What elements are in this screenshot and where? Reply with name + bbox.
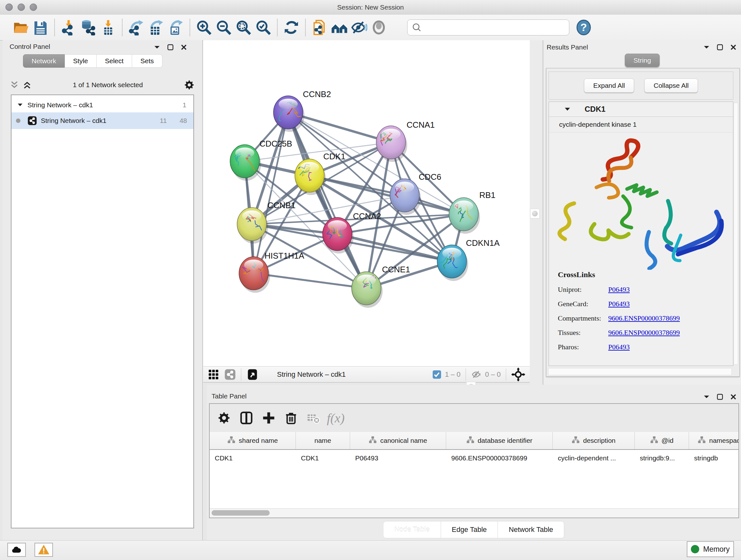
collapse-all-icon[interactable] (10, 80, 19, 90)
column-header-shared-name[interactable]: shared name (210, 432, 296, 449)
tab-network[interactable]: Network (23, 54, 65, 68)
float-panel-icon[interactable] (717, 44, 723, 51)
help-button[interactable]: ? (574, 17, 594, 38)
zoom-selected-button[interactable] (253, 17, 273, 38)
warnings-button[interactable] (35, 543, 53, 557)
float-panel-icon[interactable] (717, 394, 723, 400)
hide-glass-effect-button[interactable] (349, 17, 369, 38)
tab-select[interactable]: Select (97, 54, 132, 68)
import-table-file-button[interactable] (98, 17, 118, 38)
cloud-status-button[interactable] (7, 543, 26, 557)
tree-expand-icon[interactable] (17, 103, 23, 107)
network-node-CCNE1[interactable]: CCNE1 (352, 265, 410, 308)
toolbar-search-field[interactable] (407, 19, 569, 36)
crosslink-uniprot-link[interactable]: P06493 (608, 286, 630, 294)
network-canvas[interactable]: CCNB2CCNA1CDC25BCDK1CDC6RB1CCNB1CCNA2CDK… (203, 40, 530, 366)
expand-all-button[interactable]: Expand All (584, 78, 634, 92)
cell-@id[interactable]: stringdb:9... (635, 454, 689, 462)
panel-menu-icon[interactable] (154, 45, 160, 50)
network-options-gear-icon[interactable] (184, 79, 195, 90)
close-panel-icon[interactable] (730, 394, 737, 400)
network-selected-status: 1 of 1 Network selected (32, 81, 184, 89)
network-collection-row[interactable]: String Network – cdk1 1 (11, 98, 193, 112)
close-panel-icon[interactable] (181, 44, 187, 51)
table-hscrollbar[interactable] (210, 508, 738, 517)
results-hscrollbar[interactable] (548, 368, 732, 375)
cell-description[interactable]: cyclin-dependent ... (553, 454, 635, 462)
selected-checkbox-icon[interactable] (432, 370, 442, 379)
svg-text:?: ? (581, 21, 587, 33)
tab-string[interactable]: String (625, 54, 660, 67)
zoom-out-button[interactable] (214, 17, 233, 38)
cell-name[interactable]: CDK1 (296, 454, 350, 462)
tab-edge-table[interactable]: Edge Table (441, 521, 498, 538)
tab-sets[interactable]: Sets (132, 54, 162, 68)
hidden-eye-icon[interactable] (471, 369, 482, 380)
vertical-splitter[interactable] (530, 40, 542, 390)
open-session-button[interactable] (11, 17, 30, 38)
string-protein-query-button[interactable] (310, 17, 329, 38)
column-header-@id[interactable]: @id (635, 432, 689, 449)
save-session-button[interactable] (30, 17, 51, 38)
table-row[interactable]: CDK1CDK1P064939606.ENSP00000378699cyclin… (210, 450, 738, 466)
panel-menu-icon[interactable] (703, 45, 710, 50)
column-header-canonical-name[interactable]: canonical name (350, 432, 446, 449)
network-node-HIST1H1A[interactable]: HIST1H1A (239, 251, 305, 293)
column-header-database-identifier[interactable]: database identifier (446, 432, 553, 449)
column-header-namespace[interactable]: namespace (689, 432, 738, 449)
panel-menu-icon[interactable] (703, 395, 710, 399)
network-edge-CCNB2-CCNE1[interactable] (288, 112, 366, 288)
crosslink-pharos-link[interactable]: P06493 (608, 343, 630, 351)
export-image-button[interactable] (166, 17, 186, 38)
export-network-button[interactable] (126, 17, 146, 38)
results-vscrollbar[interactable] (734, 103, 738, 365)
import-network-file-button[interactable] (59, 17, 78, 38)
zoom-in-button[interactable] (194, 17, 214, 38)
toolbar-separator (305, 19, 306, 36)
create-column-button[interactable] (258, 408, 280, 428)
network-badge-icon[interactable] (224, 369, 236, 380)
detach-view-icon[interactable] (246, 368, 259, 381)
network-edge-HIST1H1A-CCNE1[interactable] (254, 273, 366, 288)
network-node-CDC6[interactable]: CDC6 (390, 172, 441, 215)
crosslink-genecard-link[interactable]: P06493 (608, 300, 630, 308)
table-hscroll-thumb[interactable] (212, 510, 270, 516)
tab-node-table[interactable]: Node Table (384, 521, 441, 538)
network-edge-CCNB2-HIST1H1A[interactable] (254, 112, 288, 273)
import-network-database-button[interactable] (78, 17, 98, 38)
float-panel-icon[interactable] (167, 44, 174, 51)
column-header-name[interactable]: name (296, 432, 350, 449)
expand-all-icon[interactable] (22, 80, 32, 90)
tab-network-table[interactable]: Network Table (498, 521, 564, 538)
delete-column-button[interactable] (280, 408, 302, 428)
network-node-RB1[interactable]: RB1 (449, 190, 495, 234)
export-table-button[interactable] (146, 17, 166, 38)
zoom-fit-button[interactable] (233, 17, 253, 38)
network-row-selected[interactable]: String Network – cdk1 11 48 (11, 112, 193, 129)
memory-button[interactable]: Memory (687, 541, 734, 557)
network-collection-label: String Network – cdk1 (27, 101, 93, 109)
protein-structure-image[interactable] (549, 132, 733, 270)
show-columns-button[interactable] (235, 408, 258, 428)
cell-canonical-name[interactable]: P06493 (350, 454, 446, 462)
crosslink-row: Compartments:9606.ENSP00000378699 (558, 311, 733, 325)
string-home-button[interactable] (329, 17, 349, 38)
column-header-description[interactable]: description (553, 432, 635, 449)
search-input[interactable] (425, 21, 569, 34)
cell-database-identifier[interactable]: 9606.ENSP00000378699 (446, 454, 553, 462)
apply-layout-button[interactable] (281, 17, 301, 38)
show-glass-effect-button[interactable] (369, 17, 389, 38)
splitter-handle[interactable] (530, 209, 540, 219)
close-panel-icon[interactable] (730, 44, 737, 51)
cell-namespace[interactable]: stringdb (689, 454, 738, 462)
cell-shared-name[interactable]: CDK1 (210, 454, 296, 462)
table-options-button[interactable] (213, 408, 235, 428)
tab-style[interactable]: Style (65, 54, 97, 68)
network-node-CDKN1A[interactable]: CDKN1A (437, 238, 500, 281)
crosslink-tissues-link[interactable]: 9606.ENSP00000378699 (608, 328, 680, 337)
grid-mode-icon[interactable] (208, 369, 219, 380)
crosslink-compartments-link[interactable]: 9606.ENSP00000378699 (608, 314, 680, 322)
collapse-all-button[interactable]: Collapse All (644, 78, 698, 92)
birdseye-toggle-icon[interactable] (511, 368, 525, 381)
section-collapse-icon[interactable] (564, 107, 570, 112)
